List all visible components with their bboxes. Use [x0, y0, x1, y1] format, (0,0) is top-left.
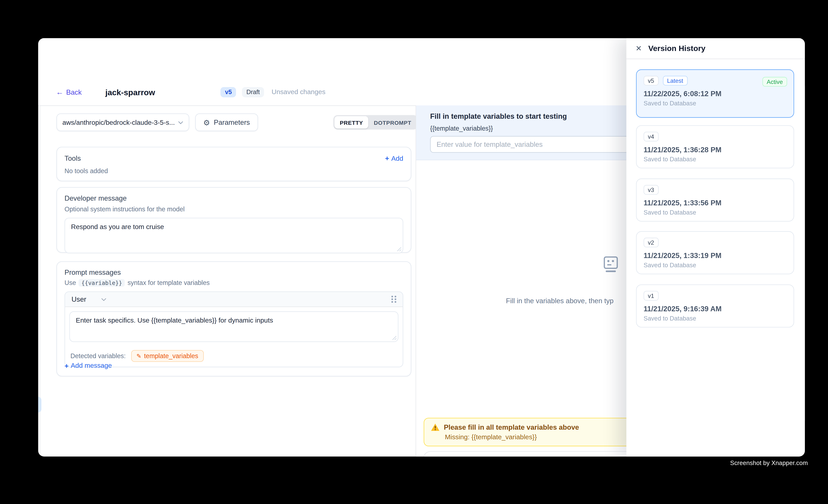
version-timestamp: 11/21/2025, 1:33:56 PM [644, 199, 787, 207]
add-tool-label: Add [391, 155, 403, 162]
tools-card: Tools + Add No tools added [56, 147, 411, 181]
variable-syntax-chip: {{variable}} [79, 279, 125, 287]
toggle-dotprompt[interactable]: DOTPROMPT [368, 116, 417, 129]
version-card-v4[interactable]: v4 11/21/2025, 1:36:28 PM Saved to Datab… [636, 125, 794, 168]
chevron-down-icon [101, 298, 107, 301]
message-role-select[interactable]: User [72, 295, 107, 303]
version-card-v2[interactable]: v2 11/21/2025, 1:33:19 PM Saved to Datab… [636, 231, 794, 275]
back-button[interactable]: ← Back [56, 88, 82, 96]
add-tool-button[interactable]: + Add [385, 155, 403, 162]
panel-divider [626, 58, 805, 59]
add-message-label: Add message [71, 362, 112, 370]
resize-handle-icon[interactable] [397, 247, 402, 252]
version-timestamp: 11/22/2025, 6:08:12 PM [644, 90, 787, 98]
version-history-panel: ✕ Version History v5 Latest Active 11/22… [626, 38, 805, 457]
warning-icon [430, 423, 440, 431]
developer-message-card: Developer message Optional system instru… [56, 187, 411, 253]
version-number-badge: v2 [644, 238, 658, 247]
latest-badge: Latest [663, 76, 688, 85]
developer-message-subtitle: Optional system instructions for the mod… [65, 205, 403, 213]
template-variable-chip[interactable]: ✎ template_variables [131, 350, 204, 362]
gear-icon: ⚙ [203, 119, 210, 126]
prompt-messages-card: Prompt messages Use {{variable}} syntax … [56, 261, 411, 376]
message-textarea[interactable]: Enter task specifics. Use {{template_var… [70, 311, 399, 342]
tools-empty-text: No tools added [65, 167, 403, 175]
version-timestamp: 11/21/2025, 9:16:39 AM [644, 305, 787, 313]
version-timestamp: 11/21/2025, 1:36:28 PM [644, 146, 787, 154]
version-card-v1[interactable]: v1 11/21/2025, 9:16:39 AM Saved to Datab… [636, 284, 794, 328]
toggle-pretty[interactable]: PRETTY [334, 116, 368, 129]
page-title: jack-sparrow [106, 87, 155, 96]
version-storage: Saved to Database [644, 209, 787, 215]
draft-badge: Draft [242, 87, 264, 97]
active-badge: Active [762, 77, 787, 87]
add-message-button[interactable]: + Add message [65, 362, 112, 370]
warning-title: Please fill in all template variables ab… [444, 423, 579, 431]
version-storage: Saved to Database [644, 100, 787, 106]
unsaved-changes-label: Unsaved changes [272, 88, 325, 96]
model-select-value: aws/anthropic/bedrock-claude-3-5-s... [62, 119, 178, 126]
message-header: User [65, 292, 403, 307]
pencil-icon: ✎ [136, 353, 141, 359]
version-badge: v5 [221, 87, 236, 97]
app-window: ← Back jack-sparrow v5 Draft Unsaved cha… [38, 38, 805, 457]
back-label: Back [66, 88, 82, 96]
parameters-button[interactable]: ⚙ Parameters [195, 114, 258, 131]
parameters-label: Parameters [214, 118, 250, 126]
version-timestamp: 11/21/2025, 1:33:19 PM [644, 252, 787, 260]
format-toggle: PRETTY DOTPROMPT [333, 115, 418, 129]
hint-prefix: Use [65, 279, 76, 287]
version-history-title: Version History [648, 44, 705, 53]
version-storage: Saved to Database [644, 156, 787, 162]
chevron-down-icon [178, 121, 183, 124]
back-arrow-icon: ← [56, 88, 64, 96]
bot-face-icon [602, 256, 619, 273]
empty-state-text: Fill in the variables above, then typ [506, 297, 614, 305]
tools-title: Tools [65, 154, 81, 162]
version-number-badge: v1 [644, 291, 658, 301]
developer-message-textarea[interactable]: Respond as you are tom cruise [65, 218, 403, 253]
message-block: User Enter task specifics. Use {{templat… [65, 292, 403, 367]
version-card-v3[interactable]: v3 11/21/2025, 1:33:56 PM Saved to Datab… [636, 179, 794, 222]
detected-variables-label: Detected variables: [70, 352, 126, 360]
version-number-badge: v3 [644, 185, 658, 195]
stage: ← Back jack-sparrow v5 Draft Unsaved cha… [0, 0, 828, 504]
template-variable-name: template_variables [144, 352, 198, 360]
version-storage: Saved to Database [644, 315, 787, 322]
watermark-text: Screenshot by Xnapper.com [730, 460, 808, 466]
close-icon[interactable]: ✕ [635, 45, 642, 52]
message-role-value: User [72, 295, 86, 303]
resize-handle-icon[interactable] [392, 336, 397, 340]
hint-suffix: syntax for template variables [128, 279, 210, 287]
version-card-v5[interactable]: v5 Latest Active 11/22/2025, 6:08:12 PM … [636, 70, 794, 118]
version-number-badge: v4 [644, 132, 658, 141]
plus-icon: + [385, 155, 389, 162]
model-select[interactable]: aws/anthropic/bedrock-claude-3-5-s... [56, 114, 189, 131]
drag-handle-icon[interactable] [391, 296, 396, 303]
prompt-messages-title: Prompt messages [65, 268, 403, 277]
plus-icon: + [65, 362, 69, 369]
edge-tab[interactable] [38, 397, 41, 413]
version-number-badge: v5 [644, 76, 658, 85]
developer-message-title: Developer message [65, 194, 403, 202]
version-storage: Saved to Database [644, 262, 787, 268]
